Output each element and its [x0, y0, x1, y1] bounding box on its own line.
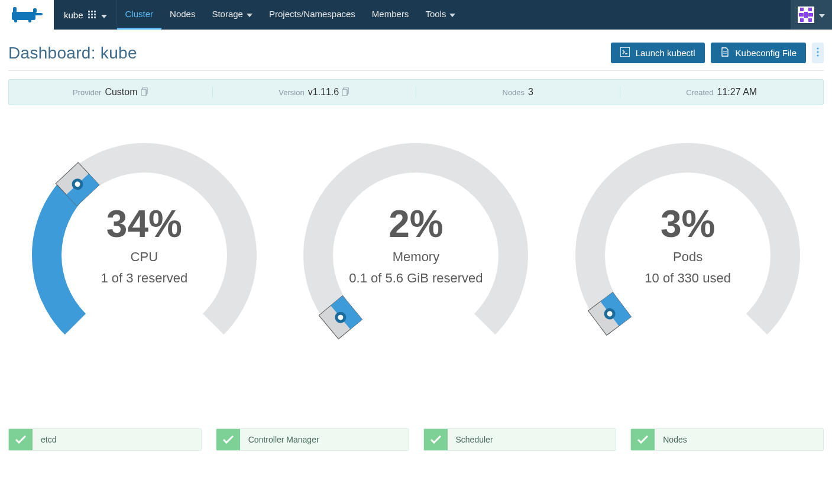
gauge-percent: 2% — [389, 202, 443, 246]
tab-label: Nodes — [170, 9, 195, 19]
kebab-menu-icon — [817, 47, 819, 58]
button-label: Kubeconfig File — [736, 48, 797, 58]
svg-rect-7 — [91, 11, 93, 12]
chevron-down-icon — [449, 9, 455, 19]
svg-rect-6 — [88, 11, 90, 12]
gauge-percent: 34% — [106, 202, 182, 246]
check-icon — [631, 429, 655, 450]
status-label: Controller Manager — [240, 429, 409, 450]
tab-label: Cluster — [125, 9, 154, 19]
svg-point-28 — [817, 51, 819, 53]
chevron-down-icon — [101, 10, 107, 20]
svg-rect-31 — [141, 89, 146, 96]
svg-rect-2 — [33, 8, 37, 13]
copy-icon[interactable] — [141, 87, 148, 97]
gauge-pods: 3% Pods 10 of 330 used — [555, 131, 821, 286]
summary-version: Version v1.11.6 — [213, 87, 417, 97]
svg-rect-10 — [91, 14, 93, 15]
tab-label: Projects/Namespaces — [269, 9, 355, 19]
top-navigation: kube Cluster Nodes Storage Projects/Name… — [0, 0, 832, 30]
cluster-name: kube — [64, 10, 83, 20]
svg-rect-17 — [808, 8, 812, 11]
tab-cluster[interactable]: Cluster — [117, 0, 162, 30]
svg-point-27 — [817, 48, 819, 50]
component-status-row: etcd Controller Manager Scheduler Nodes — [0, 428, 832, 451]
chevron-down-icon — [247, 9, 252, 19]
status-label: etcd — [33, 429, 201, 450]
check-icon — [216, 429, 240, 450]
page-header: Dashboard: kube Launch kubectl Kubeconfi… — [0, 30, 832, 70]
more-actions-button[interactable] — [812, 43, 824, 63]
status-label: Scheduler — [448, 429, 616, 450]
svg-rect-5 — [34, 13, 43, 15]
svg-rect-13 — [91, 17, 93, 18]
summary-label: Version — [279, 88, 304, 97]
status-scheduler[interactable]: Scheduler — [423, 428, 617, 451]
check-icon — [9, 429, 33, 450]
status-etcd[interactable]: etcd — [8, 428, 202, 451]
svg-rect-3 — [14, 19, 17, 22]
tab-label: Tools — [425, 9, 446, 19]
tab-projects-namespaces[interactable]: Projects/Namespaces — [261, 0, 364, 30]
summary-label: Created — [686, 88, 713, 97]
summary-value: v1.11.6 — [308, 87, 339, 97]
svg-rect-0 — [12, 12, 35, 20]
status-label: Nodes — [655, 429, 823, 450]
summary-label: Provider — [73, 88, 101, 97]
copy-icon[interactable] — [342, 87, 349, 97]
gauge-subtitle: 0.1 of 5.6 GiB reserved — [349, 271, 483, 286]
svg-rect-14 — [94, 17, 96, 18]
svg-rect-33 — [342, 89, 347, 96]
svg-rect-20 — [808, 13, 813, 17]
file-icon — [720, 47, 730, 58]
status-controller-manager[interactable]: Controller Manager — [216, 428, 409, 451]
user-menu[interactable] — [791, 0, 832, 30]
svg-rect-11 — [94, 14, 96, 15]
kubeconfig-file-button[interactable]: Kubeconfig File — [711, 43, 806, 63]
summary-provider: Provider Custom — [9, 87, 213, 97]
status-nodes[interactable]: Nodes — [630, 428, 824, 451]
svg-rect-1 — [13, 7, 17, 13]
summary-created: Created 11:27 AM — [620, 87, 824, 97]
svg-rect-22 — [808, 18, 812, 22]
summary-label: Nodes — [503, 88, 525, 97]
cow-logo-icon — [11, 6, 44, 24]
svg-rect-8 — [94, 11, 96, 12]
avatar — [798, 6, 814, 23]
rancher-logo[interactable] — [0, 0, 54, 30]
cluster-summary: Provider Custom Version v1.11.6 Nodes 3 … — [8, 79, 824, 105]
gauge-cpu: 34% CPU 1 of 3 reserved — [11, 131, 277, 286]
header-actions: Launch kubectl Kubeconfig File — [611, 43, 824, 63]
cluster-selector[interactable]: kube — [54, 0, 117, 30]
page-title: Dashboard: kube — [8, 44, 137, 63]
tab-label: Members — [372, 9, 409, 19]
summary-value: Custom — [105, 87, 137, 97]
summary-value: 11:27 AM — [717, 87, 757, 97]
gauge-row: 34% CPU 1 of 3 reserved 2% Memory 0.1 of… — [0, 113, 832, 321]
tab-nodes[interactable]: Nodes — [161, 0, 203, 30]
divider — [8, 70, 824, 71]
summary-nodes: Nodes 3 — [416, 87, 620, 97]
svg-rect-21 — [800, 18, 804, 22]
nav-tabs: Cluster Nodes Storage Projects/Namespace… — [117, 0, 464, 30]
svg-rect-4 — [28, 19, 31, 22]
tab-storage[interactable]: Storage — [203, 0, 261, 30]
gauge-title: CPU — [131, 249, 158, 265]
tab-tools[interactable]: Tools — [417, 0, 464, 30]
summary-value: 3 — [528, 87, 533, 97]
cluster-grid-icon — [88, 11, 96, 19]
gauge-title: Pods — [673, 249, 702, 265]
tab-members[interactable]: Members — [364, 0, 417, 30]
svg-rect-18 — [804, 12, 808, 18]
gauge-subtitle: 10 of 330 used — [645, 271, 731, 286]
tab-label: Storage — [212, 9, 243, 19]
check-icon — [424, 429, 448, 450]
gauge-percent: 3% — [661, 202, 716, 246]
terminal-icon — [620, 47, 630, 58]
gauge-title: Memory — [393, 249, 439, 265]
gauge-subtitle: 1 of 3 reserved — [101, 271, 187, 286]
svg-point-29 — [817, 55, 819, 57]
launch-kubectl-button[interactable]: Launch kubectl — [611, 43, 705, 63]
svg-rect-16 — [800, 8, 804, 11]
chevron-down-icon — [819, 9, 825, 20]
